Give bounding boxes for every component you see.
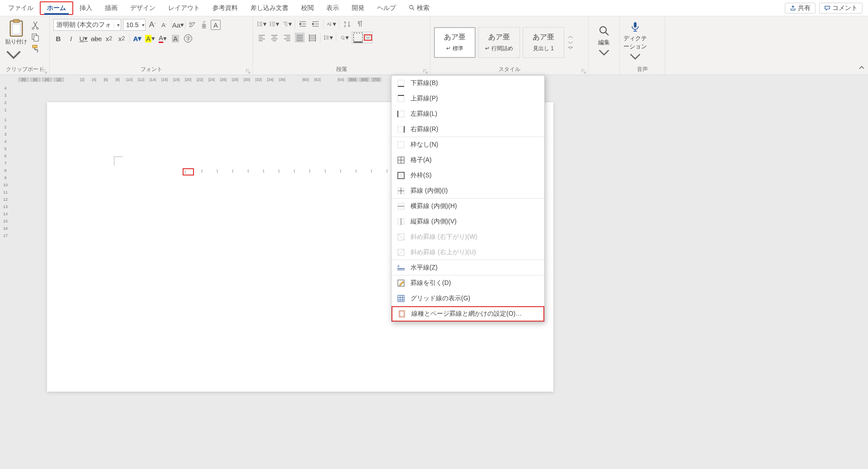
- menu-item-border-all[interactable]: 格子(A): [392, 152, 544, 168]
- align-left-button[interactable]: [257, 33, 267, 43]
- numbering-button[interactable]: 123▾: [269, 19, 279, 29]
- font-color-button[interactable]: A▾: [158, 33, 168, 43]
- align-center-button[interactable]: [269, 33, 279, 43]
- tab-help[interactable]: ヘルプ: [371, 2, 402, 14]
- comment-button[interactable]: コメント: [819, 3, 863, 14]
- shrink-font-button[interactable]: Aˇ: [159, 20, 169, 30]
- superscript-button[interactable]: x2: [117, 33, 127, 43]
- margin-marker-top-left: [114, 156, 123, 166]
- multilevel-list-button[interactable]: ▾: [282, 19, 292, 29]
- menu-item-border-right[interactable]: 右罫線(R): [392, 122, 544, 137]
- chevron-up-icon: [567, 35, 574, 39]
- tab-layout[interactable]: レイアウト: [162, 2, 206, 14]
- phonetic-guide-button[interactable]: ア亜: [199, 20, 209, 30]
- decrease-indent-button[interactable]: [298, 19, 308, 29]
- align-right-button[interactable]: [282, 33, 292, 43]
- menu-item-border-inside[interactable]: 罫線 (内側)(I): [392, 183, 544, 199]
- menu-item-border-none[interactable]: 枠なし(N): [392, 137, 544, 152]
- tab-file[interactable]: ファイル: [2, 2, 40, 14]
- menu-item-label: グリッド線の表示(G): [410, 294, 470, 303]
- dictation-button[interactable]: ディクテーション: [623, 34, 647, 64]
- font-name-select[interactable]: 游明朝 (本文のフォ▾: [53, 19, 121, 31]
- menu-item-border-left[interactable]: 左罫線(L): [392, 106, 544, 122]
- highlight-button[interactable]: A▾: [145, 33, 155, 43]
- tab-draw[interactable]: 描画: [99, 2, 124, 14]
- menu-item-grid[interactable]: グリッド線の表示(G): [392, 291, 544, 306]
- shading-button[interactable]: ▾: [339, 33, 349, 43]
- sort-button[interactable]: AZ: [342, 19, 352, 29]
- styles-launcher[interactable]: [581, 68, 586, 74]
- format-painter-icon[interactable]: [31, 44, 40, 53]
- bold-button[interactable]: B: [53, 33, 63, 43]
- line-spacing-button[interactable]: ▾: [323, 33, 333, 43]
- style-normal[interactable]: あア亜 ↵ 標準: [434, 27, 476, 58]
- tab-review[interactable]: 校閲: [295, 2, 320, 14]
- editing-label[interactable]: 編集: [598, 38, 610, 60]
- collapse-ribbon-button[interactable]: [858, 64, 865, 73]
- menu-item-draw-table[interactable]: 罫線を引く(D): [392, 275, 544, 291]
- microphone-icon[interactable]: [629, 21, 641, 33]
- strikethrough-button[interactable]: abc: [91, 33, 101, 43]
- svg-rect-29: [398, 111, 404, 117]
- share-button[interactable]: 共有: [785, 3, 816, 14]
- borders-dropdown-button[interactable]: [364, 34, 372, 41]
- clipboard-launcher[interactable]: [42, 68, 47, 74]
- tab-references[interactable]: 参考資料: [206, 2, 244, 14]
- tab-developer[interactable]: 開発: [345, 2, 371, 14]
- show-marks-button[interactable]: [355, 19, 365, 29]
- menu-item-border-outside[interactable]: 外枠(S): [392, 168, 544, 183]
- tab-design[interactable]: デザイン: [124, 2, 162, 14]
- underline-button[interactable]: U▾: [79, 33, 89, 43]
- tab-home[interactable]: ホーム: [40, 1, 73, 15]
- italic-button[interactable]: I: [66, 33, 76, 43]
- svg-text:A: A: [397, 265, 400, 268]
- subscript-button[interactable]: x2: [104, 33, 114, 43]
- align-left-icon: [258, 33, 266, 42]
- border-none-icon: [397, 141, 405, 149]
- menu-item-page-borders[interactable]: 線種とページ罫線と網かけの設定(O)…: [392, 306, 544, 322]
- menu-item-border-inside-v[interactable]: 縦罫線 (内側)(V): [392, 214, 544, 229]
- border-left-icon: [397, 110, 405, 118]
- character-border-button[interactable]: A: [211, 20, 221, 30]
- border-diag-up-icon: [397, 248, 405, 256]
- grow-font-button[interactable]: Aˆ: [147, 20, 157, 30]
- tab-mailings[interactable]: 差し込み文書: [244, 2, 295, 14]
- increase-indent-button[interactable]: [311, 19, 321, 29]
- character-shading-button[interactable]: A: [170, 33, 180, 43]
- style-no-spacing[interactable]: あア亜 ↵ 行間詰め: [478, 27, 520, 58]
- borders-split-button[interactable]: [352, 32, 373, 43]
- tab-view[interactable]: 表示: [320, 2, 345, 14]
- style-heading1[interactable]: あア亜 見出し 1: [523, 27, 564, 58]
- search-icon[interactable]: [598, 25, 610, 37]
- tab-search[interactable]: 検索: [402, 2, 436, 14]
- vertical-ruler[interactable]: 43211234567891011121314151617: [0, 84, 11, 469]
- paragraph-launcher[interactable]: [423, 68, 428, 74]
- clear-formatting-button[interactable]: A: [187, 20, 197, 30]
- menu-item-hr[interactable]: A水平線(Z): [392, 260, 544, 275]
- styles-gallery-more[interactable]: [567, 35, 574, 50]
- chevron-down-icon: [567, 40, 574, 45]
- text-effects-button[interactable]: A▾: [132, 33, 142, 43]
- change-case-button[interactable]: Aa▾: [173, 20, 183, 30]
- font-launcher[interactable]: [245, 68, 251, 74]
- align-distributed-button[interactable]: [307, 33, 317, 43]
- comment-icon: [824, 5, 830, 11]
- copy-icon[interactable]: [31, 33, 40, 42]
- group-paragraph: ▾ 123▾ ▾ A▾ AZ ▾ ▾: [253, 16, 430, 75]
- menu-item-border-bottom[interactable]: 下罫線(B): [392, 76, 544, 91]
- cut-icon[interactable]: [31, 21, 40, 30]
- menu-item-label: 右罫線(R): [410, 125, 438, 133]
- align-justify-button[interactable]: [295, 33, 305, 43]
- search-icon: [409, 5, 415, 11]
- menu-item-border-inside-h[interactable]: 横罫線 (内側)(H): [392, 199, 544, 214]
- paste-button[interactable]: 貼り付け: [4, 19, 29, 65]
- menu-item-border-top[interactable]: 上罫線(P): [392, 91, 544, 106]
- font-size-select[interactable]: 10.5▾: [123, 19, 146, 31]
- enclose-characters-button[interactable]: 字: [183, 33, 193, 43]
- menu-item-label: 下罫線(B): [410, 79, 438, 87]
- svg-point-11: [257, 22, 258, 23]
- bullets-button[interactable]: ▾: [257, 19, 267, 29]
- text-direction-button[interactable]: A▾: [326, 19, 336, 29]
- tab-insert[interactable]: 挿入: [73, 2, 99, 14]
- style-sample: あア亜: [533, 33, 554, 42]
